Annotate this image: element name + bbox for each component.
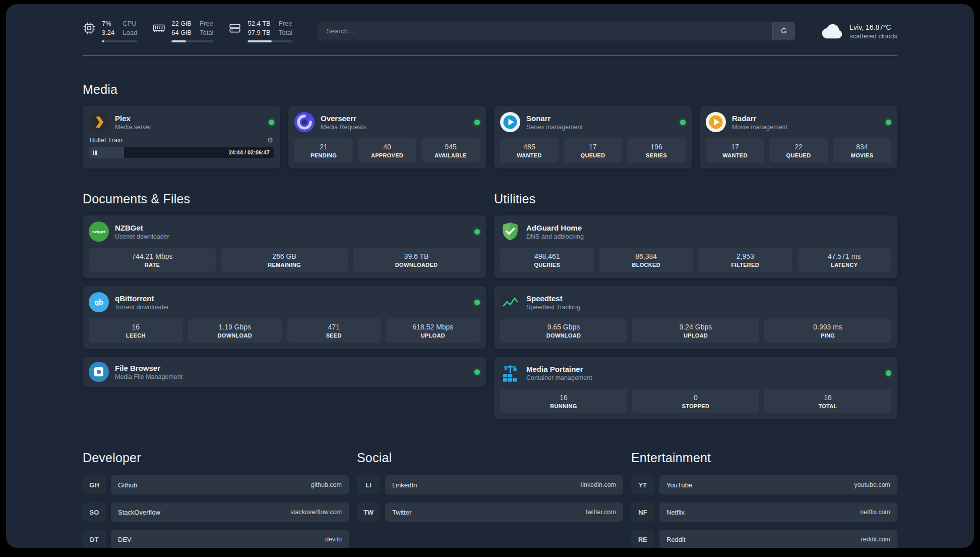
adguard-card[interactable]: AdGuard Home DNS and adblocking 498,461Q… [494, 215, 897, 278]
playback-time: 24:44 / 02:06:47 [229, 147, 270, 158]
link-row-dev: DT DEV dev.to [83, 530, 349, 548]
qbittorrent-icon: qb [89, 292, 109, 312]
stackoverflow-icon: SO [83, 503, 106, 522]
dev-icon: DT [83, 530, 106, 548]
section-title-entertainment: Entertainment [631, 451, 897, 465]
utilities-column: Utilities AdGuard Home DNS and adblockin… [494, 192, 897, 419]
search-bar: G [319, 22, 795, 40]
linkedin-icon: LI [357, 475, 380, 494]
netflix-link[interactable]: Netflix netflix.com [659, 503, 897, 522]
stat-wanted: 485WANTED [500, 138, 559, 162]
top-bar: 7% 3.24 CPU Load [83, 19, 897, 42]
overseerr-icon [294, 112, 315, 132]
stat-rate: 744.21 MbpsRATE [89, 248, 216, 272]
nzbget-card[interactable]: nzbget NZBGet Usenet downloader 744.21 M… [83, 215, 486, 278]
stat-upload: 618.52 MbpsUPLOAD [386, 318, 480, 343]
app-name: NZBGet [115, 224, 169, 232]
link-row-github: GH Github github.com [83, 475, 349, 494]
stat-queued: 22QUEUED [769, 138, 828, 162]
sonarr-icon [500, 112, 520, 132]
ram-free-value: 22 GiB [171, 19, 192, 28]
linkedin-link[interactable]: LinkedIn linkedin.com [385, 475, 623, 494]
app-subtitle: Container management [526, 374, 592, 381]
disk-widget: 52.4 TB 97.9 TB Free Total [228, 19, 292, 42]
app-subtitle: Speedtest Tracking [526, 304, 580, 311]
nzbget-icon: nzbget [89, 221, 109, 242]
app-subtitle: Media Requests [321, 124, 366, 131]
disk-progress-bar [248, 40, 292, 42]
disk-free-label: Free [279, 19, 292, 28]
ram-widget: 22 GiB 64 GiB Free Total [152, 19, 213, 42]
documents-column: Documents & Files nzbget NZBGet Usenet d… [83, 192, 486, 419]
stat-pending: 21PENDING [294, 138, 353, 162]
search-engine-button[interactable]: G [772, 22, 794, 40]
ram-free-label: Free [200, 19, 213, 28]
portainer-crane-icon [500, 363, 520, 383]
section-title-media: Media [83, 82, 897, 97]
weather-condition: scattered clouds [849, 32, 897, 40]
app-subtitle: DNS and adblocking [526, 233, 584, 240]
link-row-linkedin: LI LinkedIn linkedin.com [357, 475, 623, 494]
stat-wanted: 17WANTED [706, 138, 764, 162]
portainer-card[interactable]: Media Portainer Container management 16R… [494, 357, 897, 419]
stat-blocked: 86,384BLOCKED [599, 248, 694, 272]
youtube-link[interactable]: YouTube youtube.com [659, 475, 897, 494]
gear-icon[interactable]: ⚙ [267, 137, 273, 144]
filebrowser-card[interactable]: File Browser Media File Management [83, 357, 486, 387]
status-dot [269, 120, 274, 125]
qbittorrent-card[interactable]: qb qBittorrent Torrent downloader 16LEEC… [83, 286, 486, 349]
cpu-progress-bar [102, 40, 137, 42]
plex-icon [89, 112, 109, 132]
app-subtitle: Torrent downloader [115, 304, 169, 311]
cpu-label: CPU [122, 19, 137, 28]
cpu-percent: 7% [102, 19, 114, 28]
stat-total: 16TOTAL [764, 389, 891, 413]
plex-now-playing: Bullet Train ⚙ 24:44 / 02:06:47 [89, 135, 274, 158]
app-name: Overseerr [321, 114, 366, 123]
status-dot [886, 120, 891, 125]
stat-queued: 17QUEUED [564, 138, 622, 162]
status-dot [474, 369, 480, 375]
ram-total-label: Total [200, 28, 213, 37]
stat-remaining: 266 GBREMAINING [221, 248, 348, 272]
status-dot [474, 229, 480, 235]
disk-total-label: Total [279, 28, 292, 37]
overseerr-card[interactable]: Overseerr Media Requests 21PENDING 40APP… [288, 106, 486, 169]
youtube-icon: YT [631, 475, 654, 494]
cpu-widget: 7% 3.24 CPU Load [83, 19, 137, 42]
sonarr-card[interactable]: Sonarr Series management 485WANTED 17QUE… [494, 106, 692, 169]
dev-link[interactable]: DEV dev.to [111, 530, 349, 548]
status-dot [474, 300, 480, 305]
app-name: Sonarr [526, 114, 583, 123]
plex-card[interactable]: Plex Media server Bullet Train ⚙ 24:44 /… [83, 106, 280, 169]
pause-icon[interactable] [93, 150, 97, 155]
ram-total-value: 64 GiB [171, 28, 192, 37]
radarr-card[interactable]: Radarr Movie management 17WANTED 22QUEUE… [700, 106, 897, 169]
reddit-icon: RE [631, 530, 654, 548]
stat-available: 945AVAILABLE [421, 138, 480, 162]
app-name: File Browser [115, 364, 182, 372]
search-input[interactable] [319, 22, 795, 40]
weather-widget[interactable]: Lviv, 16.87°C scattered clouds [821, 22, 897, 40]
stackoverflow-link[interactable]: StackOverflow stackoverflow.com [111, 503, 349, 522]
stat-download: 9.65 GbpsDOWNLOAD [500, 318, 627, 343]
memory-icon [152, 22, 165, 35]
disk-total-value: 97.9 TB [248, 28, 270, 37]
netflix-icon: NF [631, 503, 654, 522]
dashboard: 7% 3.24 CPU Load [6, 4, 974, 548]
github-link[interactable]: Github github.com [111, 475, 349, 494]
app-name: qBittorrent [115, 294, 169, 303]
playback-progress-bar[interactable]: 24:44 / 02:06:47 [89, 147, 274, 158]
section-title-social: Social [357, 451, 623, 465]
cpu-load-label: Load [122, 28, 137, 37]
cpu-load-value: 3.24 [102, 28, 114, 37]
speedtest-card[interactable]: Speedtest Speedtest Tracking 9.65 GbpsDO… [494, 286, 897, 349]
twitter-link[interactable]: Twitter twitter.com [385, 503, 623, 522]
stat-download: 1.19 GbpsDOWNLOAD [188, 318, 282, 343]
app-name: AdGuard Home [526, 224, 584, 232]
stat-downloaded: 39.6 TBDOWNLOADED [353, 248, 480, 272]
stat-running: 16RUNNING [500, 389, 627, 413]
status-dot [474, 120, 480, 125]
reddit-link[interactable]: Reddit reddit.com [659, 530, 897, 548]
section-title-developer: Developer [83, 451, 349, 465]
